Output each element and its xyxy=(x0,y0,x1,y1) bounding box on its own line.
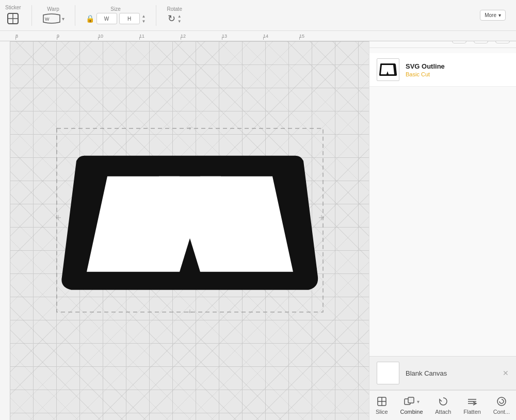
contour-label: Cont... xyxy=(493,409,510,415)
rotate-icon[interactable]: ↻ xyxy=(168,13,175,24)
bottom-toolbar: Slice ▾ Combine Attach xyxy=(369,390,516,420)
contour-button[interactable]: Cont... xyxy=(488,394,515,417)
blank-canvas-thumbnail xyxy=(377,362,399,384)
blank-canvas-close-icon[interactable]: ✕ xyxy=(503,369,509,377)
divider-1 xyxy=(31,5,32,26)
ruler-tick-13: 13 xyxy=(222,34,227,39)
ruler-tick-11: 11 xyxy=(139,34,144,39)
combine-label: Combine xyxy=(400,409,423,415)
divider-3 xyxy=(156,5,156,26)
lock-icon[interactable]: 🔒 xyxy=(86,14,94,23)
size-arrows[interactable]: ▲▼ xyxy=(142,14,146,24)
combine-button[interactable]: ▾ Combine xyxy=(395,394,428,417)
slice-button[interactable]: Slice xyxy=(370,394,393,417)
divider-2 xyxy=(75,5,75,26)
svg-text:W: W xyxy=(45,17,50,22)
size-label: Size xyxy=(110,6,120,12)
rotate-label: Rotate xyxy=(167,6,182,12)
sticker-icon[interactable] xyxy=(6,11,20,26)
rotate-arrows[interactable]: ▲▼ xyxy=(178,14,182,24)
warp-label: Warp xyxy=(47,6,59,12)
layer-type: Basic Cut xyxy=(406,71,509,77)
right-panel: Layers Color Sync ✕ xyxy=(369,0,516,420)
flatten-button[interactable]: Flatten xyxy=(458,394,486,417)
rotate-group: Rotate ↻ ▲▼ xyxy=(167,6,182,24)
warp-group: Warp W ▾ xyxy=(42,6,64,24)
ruler-tick-14: 14 xyxy=(263,34,268,39)
sticker-label: Sticker xyxy=(5,5,21,10)
height-input[interactable]: H xyxy=(119,13,140,24)
layer-info: SVG Outline Basic Cut xyxy=(406,62,509,77)
canvas-area[interactable] xyxy=(10,41,369,420)
ruler-tick-12: 12 xyxy=(181,34,186,39)
combine-btn-inner: ▾ xyxy=(404,396,420,407)
panel-spacer xyxy=(369,207,516,357)
ruler-left xyxy=(0,41,10,420)
blank-canvas-label: Blank Canvas xyxy=(406,369,447,377)
slice-label: Slice xyxy=(376,409,388,415)
svg-rect-22 xyxy=(408,397,414,403)
layer-item-svg-outline[interactable]: SVG Outline Basic Cut xyxy=(369,53,516,87)
attach-button[interactable]: Attach xyxy=(430,394,456,417)
more-arrow: ▾ xyxy=(498,12,501,18)
layer-name: SVG Outline xyxy=(406,62,509,70)
warp-icon[interactable]: W ▾ xyxy=(42,13,64,24)
ruler-tick-15: 15 xyxy=(299,34,304,39)
ruler-tick-10: 10 xyxy=(98,34,103,39)
flatten-label: Flatten xyxy=(463,409,481,415)
size-group: Size 🔒 W H ▲▼ xyxy=(86,6,146,24)
layer-thumbnail xyxy=(377,58,399,81)
more-label: More xyxy=(485,12,496,18)
attach-label: Attach xyxy=(435,409,451,415)
sticker-group: Sticker xyxy=(5,5,21,26)
width-input[interactable]: W xyxy=(96,13,117,24)
top-toolbar: Sticker Warp W ▾ Size 🔒 W H ▲▼ Rotate ↻ … xyxy=(0,0,516,31)
design-element[interactable] xyxy=(56,127,324,315)
more-button[interactable]: More ▾ xyxy=(480,10,506,21)
ruler-top: 8 9 10 11 12 13 14 15 xyxy=(0,31,516,41)
combine-arrow-icon: ▾ xyxy=(417,399,420,405)
blank-canvas-item[interactable]: Blank Canvas ✕ xyxy=(369,356,516,390)
layers-list: SVG Outline Basic Cut xyxy=(369,48,516,207)
